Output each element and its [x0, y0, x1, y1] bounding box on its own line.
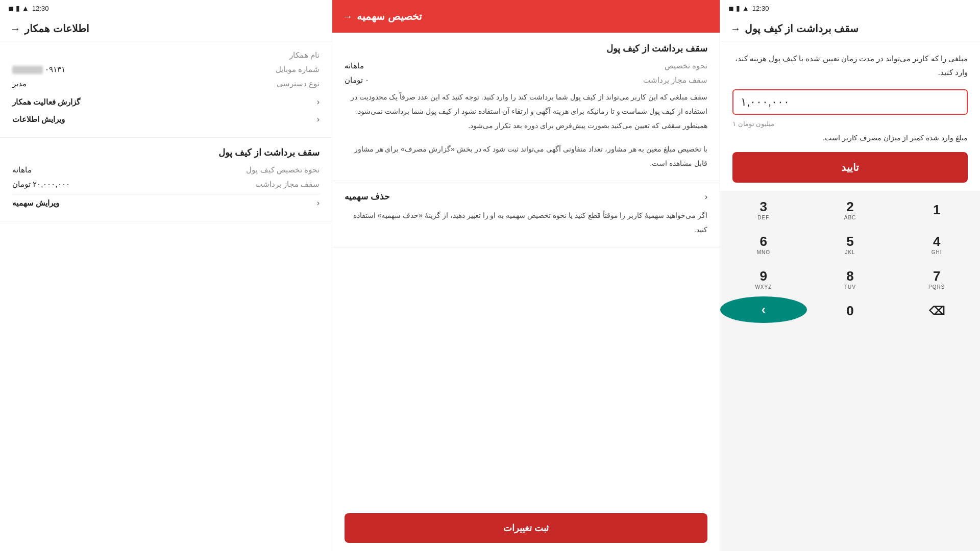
- numpad-sub: TUV: [844, 284, 856, 290]
- numpad-key-1[interactable]: 1: [893, 191, 980, 226]
- numpad-row-2: 4 GHI 5 JKL 6 MNO: [720, 226, 980, 260]
- amount-input-wrap[interactable]: [732, 89, 968, 115]
- numpad-key-9[interactable]: 9 WXYZ: [720, 260, 807, 295]
- right-wallet-section: سقف برداشت از کیف پول نحوه تخصیص کیف پول…: [0, 138, 332, 221]
- mid-delete-section: ‹ حذف سهمیه اگر می‌خواهید سهمیهٔ کاربر ر…: [332, 181, 720, 247]
- mid-header-arrow: →: [342, 11, 353, 22]
- right-mobile-label: شماره موبایل: [276, 65, 320, 74]
- amount-input[interactable]: [741, 95, 960, 109]
- right-signal-icons: ▲ ▮ ◼: [8, 4, 29, 12]
- right-wallet-edit-chevron: ‹: [317, 198, 320, 208]
- right-wallet-allocation-value: ماهانه: [12, 165, 32, 174]
- mid-withdrawal-value: ۰ تومان: [345, 76, 369, 85]
- right-wallet-edit-row[interactable]: ‹ ویرایش سهمیه: [12, 194, 320, 212]
- mid-allocation-row: نحوه تخصیص ماهانه: [345, 61, 707, 70]
- numpad-digit: 7: [933, 268, 940, 284]
- right-header: اطلاعات همکار →: [0, 16, 332, 41]
- numpad-sub: PQRS: [928, 284, 945, 290]
- left-description: مبلغی را که کاربر می‌تواند در مدت زمان ت…: [720, 41, 980, 84]
- right-wallet-limit-label: سقف مجاز برداشت: [255, 180, 320, 189]
- mid-delete-body: اگر می‌خواهید سهمیهٔ کاربر را موقتاً قطع…: [345, 208, 707, 237]
- mid-panel: تخصیص سهمیه → سقف برداشت از کیف پول نحوه…: [332, 0, 720, 551]
- right-colleague-section: نام همکار شماره موبایل ۰۹۱۳۱ نوع دسترسی …: [0, 41, 332, 138]
- numpad-sub: DEF: [757, 215, 769, 220]
- right-wallet-edit-label: ویرایش سهمیه: [12, 198, 59, 208]
- right-colleague-name-label: نام همکار: [289, 51, 320, 60]
- mobile-blurred: [12, 66, 43, 74]
- mid-top-bar: تخصیص سهمیه →: [332, 0, 720, 33]
- numpad-backspace[interactable]: ⌫: [893, 296, 980, 323]
- left-panel: 12:30 ▲ ▮ ◼ سقف برداشت از کیف پول → مبلغ…: [720, 0, 980, 551]
- right-header-arrow: →: [10, 23, 20, 35]
- numpad-key-4[interactable]: 4 GHI: [893, 226, 980, 260]
- numpad-digit: 8: [846, 268, 853, 284]
- right-activity-chevron: ‹: [317, 97, 320, 107]
- wifi-icon-right: ▲: [22, 4, 29, 12]
- numpad-key-3[interactable]: 3 DEF: [720, 191, 807, 226]
- right-edit-chevron: ‹: [317, 115, 320, 124]
- numpad-key-5[interactable]: 5 JKL: [807, 226, 894, 260]
- confirm-button[interactable]: تایید: [732, 152, 968, 183]
- numpad-key-7[interactable]: 7 PQRS: [893, 260, 980, 295]
- numpad-sub: ABC: [844, 215, 856, 220]
- mid-withdrawal-label: سقف مجاز برداشت: [643, 76, 707, 85]
- right-colleague-name-row: نام همکار: [12, 51, 320, 60]
- mid-save-btn-wrap: ثبت تغییرات: [332, 505, 720, 551]
- right-header-title: اطلاعات همکار: [24, 22, 89, 35]
- mid-allocation-value: ماهانه: [345, 61, 364, 70]
- right-status-bar: 12:30 ▲ ▮ ◼: [0, 0, 332, 16]
- left-status-bar: 12:30 ▲ ▮ ◼: [720, 0, 980, 16]
- numpad-digit: 3: [760, 199, 767, 215]
- save-button[interactable]: ثبت تغییرات: [345, 513, 707, 543]
- right-time: 12:30: [32, 5, 49, 12]
- numpad-row-bottom: ⌫ 0 ›: [720, 295, 980, 324]
- numpad-row-1: 1 2 ABC 3 DEF: [720, 191, 980, 226]
- mid-body-text-2: با تخصیص مبلغ معین به هر مشاور، تعداد مت…: [345, 142, 707, 170]
- signal-bar-icon-right: ◼: [8, 5, 14, 12]
- left-time: 12:30: [752, 5, 769, 12]
- numpad-key-8[interactable]: 8 TUV: [807, 260, 894, 295]
- numpad-digit: 2: [846, 199, 853, 215]
- right-access-value: مدیر: [12, 79, 27, 88]
- left-header: سقف برداشت از کیف پول →: [720, 16, 980, 41]
- numpad-go-button[interactable]: ›: [720, 296, 807, 323]
- mid-delete-title: حذف سهمیه: [345, 191, 390, 202]
- numpad-digit: 4: [933, 234, 940, 249]
- mid-wallet-section: سقف برداشت از کیف پول نحوه تخصیص ماهانه …: [332, 33, 720, 181]
- wifi-icon: ▲: [742, 4, 749, 12]
- right-wallet-title: سقف برداشت از کیف پول: [12, 147, 320, 158]
- right-mobile-row: شماره موبایل ۰۹۱۳۱: [12, 65, 320, 74]
- right-wallet-allocation-label: نحوه تخصیص کیف پول: [246, 165, 320, 174]
- right-wallet-limit-value: ۲۰,۰۰۰,۰۰۰ تومان: [12, 180, 70, 189]
- unit-hint: ۱ میلیون تومان: [732, 120, 968, 128]
- battery-icon-right: ▮: [16, 4, 20, 12]
- numpad-key-0[interactable]: 0: [807, 295, 894, 324]
- numpad-key-6[interactable]: 6 MNO: [720, 226, 807, 260]
- right-edit-row[interactable]: ‹ ویرایش اطلاعات: [12, 111, 320, 128]
- numpad-sub: JKL: [845, 249, 855, 255]
- numpad-go-wrap: ›: [720, 296, 807, 323]
- numpad: 1 2 ABC 3 DEF 4 GHI 5 JKL 6 MNO: [720, 191, 980, 551]
- right-activity-row[interactable]: ‹ گزارش فعالیت همکار: [12, 93, 320, 111]
- right-panel: 12:30 ▲ ▮ ◼ اطلاعات همکار → نام همکار شم…: [0, 0, 332, 551]
- numpad-digit: 9: [760, 268, 767, 284]
- mid-header-title: تخصیص سهمیه: [357, 10, 422, 22]
- right-access-row: نوع دسترسی مدیر: [12, 79, 320, 88]
- left-header-title: سقف برداشت از کیف پول: [745, 22, 859, 35]
- mid-section-title: سقف برداشت از کیف پول: [345, 43, 707, 54]
- right-wallet-limit-row: سقف مجاز برداشت ۲۰,۰۰۰,۰۰۰ تومان: [12, 180, 320, 189]
- mid-withdrawal-row: سقف مجاز برداشت ۰ تومان: [345, 76, 707, 85]
- warning-text: مبلغ وارد شده کمتر از میزان مصرف کاربر ا…: [732, 134, 968, 142]
- right-activity-label: گزارش فعالیت همکار: [12, 97, 80, 107]
- numpad-sub: MNO: [757, 249, 770, 255]
- right-access-label: نوع دسترسی: [277, 79, 320, 88]
- numpad-sub: WXYZ: [755, 284, 772, 290]
- go-icon: ›: [762, 303, 766, 317]
- backspace-icon: ⌫: [929, 305, 945, 318]
- numpad-row-3: 7 PQRS 8 TUV 9 WXYZ: [720, 260, 980, 295]
- signal-bar-icon: ◼: [728, 5, 734, 12]
- numpad-digit: 1: [933, 202, 940, 218]
- battery-icon: ▮: [736, 4, 740, 12]
- numpad-sub: GHI: [932, 249, 942, 255]
- numpad-key-2[interactable]: 2 ABC: [807, 191, 894, 226]
